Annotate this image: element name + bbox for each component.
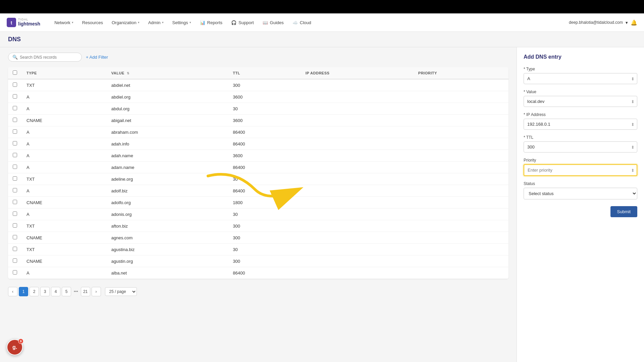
logo[interactable]: t tidal lightmesh — [7, 18, 40, 27]
row-checkbox-5[interactable] — [13, 141, 17, 145]
row-checkbox-cell[interactable] — [8, 150, 22, 162]
priority-input[interactable] — [524, 164, 637, 176]
nav-item-resources[interactable]: Resources — [78, 18, 107, 27]
row-checkbox-7[interactable] — [13, 165, 17, 169]
ip-input[interactable] — [524, 119, 637, 130]
row-checkbox-10[interactable] — [13, 200, 17, 204]
row-checkbox-cell[interactable] — [8, 138, 22, 150]
row-priority — [414, 79, 508, 91]
row-priority — [414, 244, 508, 255]
row-checkbox-cell[interactable] — [8, 255, 22, 267]
row-ip — [301, 173, 414, 185]
row-checkbox-cell[interactable] — [8, 91, 22, 103]
page-btn-2[interactable]: 2 — [30, 287, 39, 296]
search-box[interactable]: 🔍 — [8, 53, 82, 62]
per-page-select[interactable]: 25 / page 50 / page 100 / page — [105, 287, 137, 296]
row-checkbox-cell[interactable] — [8, 79, 22, 91]
row-checkbox-6[interactable] — [13, 153, 17, 157]
row-checkbox-2[interactable] — [13, 106, 17, 110]
row-ttl: 86400 — [228, 138, 301, 150]
row-checkbox-8[interactable] — [13, 176, 17, 181]
page-btn-5[interactable]: 5 — [62, 287, 71, 296]
page-btn-4[interactable]: 4 — [51, 287, 60, 296]
add-filter-button[interactable]: + Add Filter — [86, 55, 108, 60]
row-checkbox-cell[interactable] — [8, 173, 22, 185]
page-btn-1[interactable]: 1 — [19, 287, 28, 296]
col-type[interactable]: TYPE — [22, 67, 107, 79]
row-checkbox-cell[interactable] — [8, 267, 22, 279]
next-page-button[interactable]: › — [92, 287, 101, 296]
row-checkbox-13[interactable] — [13, 235, 17, 239]
row-checkbox-cell[interactable] — [8, 185, 22, 197]
value-sort-icon: ⇅ — [127, 72, 130, 75]
logo-lightmesh-text: lightmesh — [18, 21, 40, 26]
row-checkbox-cell[interactable] — [8, 115, 22, 126]
row-checkbox-cell[interactable] — [8, 103, 22, 115]
prev-page-button[interactable]: ‹ — [8, 287, 17, 296]
page-header: DNS — [0, 32, 644, 47]
row-value: adah.name — [107, 150, 228, 162]
ttl-input[interactable] — [524, 141, 637, 153]
row-checkbox-cell[interactable] — [8, 244, 22, 255]
col-priority[interactable]: Priority — [414, 67, 508, 79]
row-checkbox-cell[interactable] — [8, 220, 22, 232]
row-checkbox-cell[interactable] — [8, 197, 22, 208]
row-checkbox-cell[interactable] — [8, 162, 22, 173]
user-email[interactable]: deep.bhalotia@tidalcloud.com — [569, 20, 623, 25]
submit-button[interactable]: Submit — [610, 206, 637, 217]
toolbar: 🔍 + Add Filter — [8, 53, 508, 62]
main-area: 🔍 + Add Filter TYPE Value ⇅ TTL — [0, 47, 517, 362]
row-type: A — [22, 185, 107, 197]
col-ttl[interactable]: TTL — [228, 67, 301, 79]
row-checkbox-14[interactable] — [13, 247, 17, 251]
ttl-label: * TTL — [524, 135, 637, 140]
row-checkbox-cell[interactable] — [8, 232, 22, 244]
priority-input-wrapper: ⬍ — [524, 164, 637, 176]
nav-item-admin[interactable]: Admin ▾ — [144, 18, 168, 27]
page-btn-3[interactable]: 3 — [40, 287, 50, 296]
row-checkbox-15[interactable] — [13, 258, 17, 263]
row-checkbox-4[interactable] — [13, 129, 17, 134]
row-checkbox-cell[interactable] — [8, 126, 22, 138]
nav-item-cloud[interactable]: ☁️ Cloud — [288, 18, 315, 27]
value-input[interactable] — [524, 96, 637, 107]
col-value[interactable]: Value ⇅ — [107, 67, 228, 79]
row-checkbox-3[interactable] — [13, 118, 17, 122]
row-checkbox-cell[interactable] — [8, 208, 22, 220]
nav-items: Network ▾ Resources Organization ▾ Admin… — [50, 18, 569, 27]
status-select[interactable]: Select status — [524, 188, 637, 199]
nav-item-guides[interactable]: 📖 Guides — [259, 18, 288, 27]
row-priority — [414, 267, 508, 279]
bell-icon[interactable]: 🔔 — [631, 19, 637, 26]
row-type: A — [22, 126, 107, 138]
row-checkbox-9[interactable] — [13, 188, 17, 192]
row-ip — [301, 103, 414, 115]
form-group-type: * Type ⬍ — [524, 67, 637, 84]
avatar-letter: g. — [12, 344, 17, 350]
nav-item-organization[interactable]: Organization ▾ — [108, 18, 144, 27]
row-checkbox-1[interactable] — [13, 94, 17, 99]
table-row: CNAME agustin.org 300 — [8, 255, 508, 267]
select-all-header[interactable] — [8, 67, 22, 79]
nav-item-support[interactable]: 🎧 Support — [227, 18, 258, 27]
col-ip[interactable]: IP Address — [301, 67, 414, 79]
avatar[interactable]: g. 9 — [7, 339, 23, 355]
row-checkbox-12[interactable] — [13, 223, 17, 228]
nav-item-network[interactable]: Network ▾ — [50, 18, 77, 27]
nav-item-settings[interactable]: Settings ▾ — [168, 18, 195, 27]
row-checkbox-11[interactable] — [13, 212, 17, 216]
search-input[interactable] — [20, 55, 77, 60]
nav-item-reports[interactable]: 📊 Reports — [196, 18, 227, 27]
table-row: CNAME agnes.com 300 — [8, 232, 508, 244]
row-checkbox-0[interactable] — [13, 82, 17, 87]
row-value: afton.biz — [107, 220, 228, 232]
ip-label: * IP Address — [524, 112, 637, 117]
row-checkbox-16[interactable] — [13, 270, 17, 275]
page-btn-21[interactable]: 21 — [81, 287, 90, 296]
navbar: t tidal lightmesh Network ▾ Resources Or… — [0, 13, 644, 32]
type-input[interactable] — [524, 73, 637, 84]
ttl-input-wrapper: ⬍ — [524, 141, 637, 153]
row-value: adonis.org — [107, 208, 228, 220]
select-all-checkbox[interactable] — [13, 70, 17, 75]
row-priority — [414, 115, 508, 126]
